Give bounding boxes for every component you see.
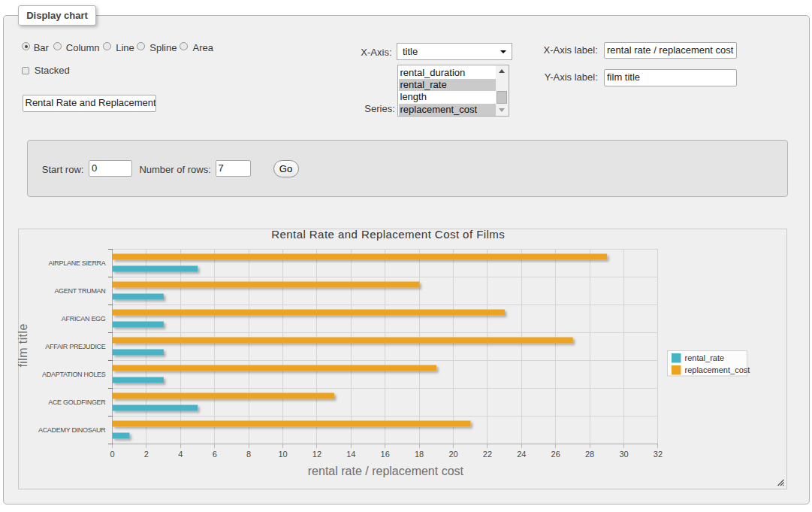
- svg-text:AGENT TRUMAN: AGENT TRUMAN: [54, 287, 105, 295]
- svg-text:2: 2: [144, 450, 149, 459]
- svg-text:14: 14: [346, 450, 355, 459]
- svg-text:12: 12: [312, 450, 321, 459]
- svg-text:6: 6: [213, 450, 217, 459]
- svg-text:AFFAIR PREJUDICE: AFFAIR PREJUDICE: [45, 343, 106, 350]
- svg-text:0: 0: [110, 450, 114, 459]
- svg-text:rental rate / replacement cost: rental rate / replacement cost: [308, 465, 464, 477]
- svg-text:ACE GOLDFINGER: ACE GOLDFINGER: [48, 398, 106, 406]
- svg-text:18: 18: [415, 450, 424, 459]
- svg-text:22: 22: [483, 450, 492, 459]
- svg-text:AIRPLANE SIERRA: AIRPLANE SIERRA: [48, 259, 105, 267]
- svg-text:Rental Rate and Replacement Co: Rental Rate and Replacement Cost of Film…: [271, 228, 505, 241]
- svg-text:28: 28: [585, 450, 594, 459]
- svg-text:rental_rate: rental_rate: [685, 353, 725, 362]
- svg-text:16: 16: [381, 450, 390, 459]
- svg-text:20: 20: [448, 450, 457, 459]
- svg-text:replacement_cost: replacement_cost: [685, 365, 750, 374]
- svg-text:8: 8: [246, 450, 251, 459]
- svg-text:4: 4: [178, 450, 183, 459]
- svg-text:10: 10: [278, 450, 287, 459]
- svg-text:32: 32: [654, 450, 663, 459]
- svg-text:30: 30: [619, 450, 628, 459]
- svg-text:film title: film title: [17, 323, 29, 367]
- svg-text:ADAPTATION HOLES: ADAPTATION HOLES: [42, 371, 106, 378]
- svg-text:24: 24: [517, 450, 526, 459]
- svg-text:ACADEMY DINOSAUR: ACADEMY DINOSAUR: [38, 426, 106, 434]
- svg-text:26: 26: [551, 450, 560, 459]
- svg-text:AFRICAN EGG: AFRICAN EGG: [62, 315, 106, 323]
